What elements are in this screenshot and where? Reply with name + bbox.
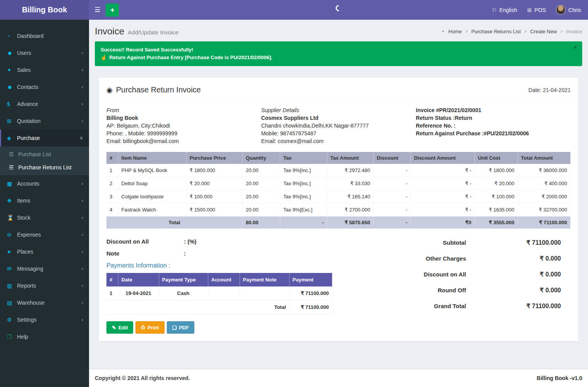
subtotal-value: ₹ 71100.000 [466,239,561,246]
sidebar-item-help[interactable]: ❒ Help [0,328,89,345]
column-header: Discount [374,152,411,164]
sidebar-item-purchase-list[interactable]: ☰ Purchase List [0,148,89,161]
cell: ₹ 1800.000 [475,164,518,177]
sidebar-item-items[interactable]: ❖ Items ‹ [0,192,89,209]
sidebar-item-purchase[interactable]: ◈ Purchase ∨ [0,130,89,147]
table-row: 3 Colgate toothpaste ₹ 100.000 20.00 Tax… [106,190,571,203]
chevron-left-icon: ‹ [82,231,83,239]
total-tax-amount: ₹ 5870.650 [327,217,374,229]
discount-on-all-label: Discount on All [106,238,184,245]
sidebar-item-purchase-returns-list[interactable]: ☰ Purchase Returns List [0,161,89,174]
breadcrumb-create-new[interactable]: Create New [530,29,557,34]
invoice-parties: From Billing Book AP: Belgaum, City:Chik… [106,99,571,150]
users-group-icon: ☻ [7,83,17,91]
cell: 2 [106,177,118,190]
sidebar-item-label: Warehouse [17,299,45,307]
cell: Cash [159,286,208,300]
main-content: Invoice Add/Update Invoice ◔ Home > Purc… [89,20,588,387]
sidebar-item-label: Accounts [17,180,39,188]
cell: Tax 9%[Exc.] [280,203,327,217]
sidebar-item-dashboard[interactable]: ◔ Dashboard [0,27,89,44]
sidebar-item-contacts[interactable]: ☻ Contacts ‹ [0,78,89,95]
calendar-plus-icon: ⊞ [7,117,17,125]
summary-row-round-off: Round Off ₹ 0.000 [392,286,561,294]
cell: ₹ - [411,164,475,177]
cell: ₹ 2972.480 [327,164,374,177]
total-tax: - [280,217,327,229]
user-menu[interactable]: Chris [556,5,581,15]
sidebar-item-users[interactable]: ☻ Users ‹ [0,44,89,61]
list-icon: ☰ [9,150,18,158]
cell: ₹ - [411,203,475,217]
list-icon: ☰ [9,164,18,171]
app-window: Billing Book ☰ + ⚐ English ⊞ POS Chris [0,0,588,387]
sidebar-item-label: Help [17,333,28,341]
sidebar-item-quotation[interactable]: ⊞ Quotation ‹ [0,113,89,130]
close-icon[interactable]: × [574,44,577,51]
from-name: Billing Book [106,114,261,122]
sidebar-item-label: Purchase List [18,150,51,158]
edit-button[interactable]: ✎ Edit [106,321,133,334]
sidebar-item-sales[interactable]: ✦ Sales ‹ [0,61,89,78]
column-header: Item Name [118,152,186,164]
cube-icon: ◈ [7,134,17,142]
purchase-submenu: ☰ Purchase List ☰ Purchase Returns List [0,147,89,175]
breadcrumb-home[interactable]: Home [448,29,462,34]
total-discount-amount: ₹0 [411,217,475,229]
cell: ₹ 33.030 [327,177,374,190]
table-row: 2 Dettol Soap ₹ 20.000 20.00 Tax 9%[Inc.… [106,177,571,190]
invoice-title-row: ◉ Purchase Return Invoice Date: 21-04-20… [106,85,571,99]
sidebar-item-settings[interactable]: ⚙ Settings ‹ [0,311,89,328]
chevron-left-icon: ‹ [82,180,83,188]
sidebar-item-expenses[interactable]: ⊖ Expenses ‹ [0,226,89,243]
table-row: 4 Fastrack Watch ₹ 1500.000 20.00 Tax 9%… [106,203,571,217]
pos-icon: ⊞ [527,7,532,13]
print-button[interactable]: ⎙ Print [135,321,164,334]
from-phone: Phone: , Mobile: 9999999999 [106,130,261,137]
page-title: Invoice Add/Update Invoice [95,26,178,37]
summary-row-subtotal: Subtotal ₹ 71100.000 [392,239,561,246]
sidebar-item-advance[interactable]: $ Advance ‹ [0,95,89,113]
sidebar: ◔ Dashboard ☻ Users ‹ ✦ Sales ‹ ☻ Contac… [0,20,89,387]
chevron-left-icon: ‹ [82,49,83,57]
payments-table: # Date Payment Type Account Payment Note… [106,273,333,314]
cell: Tax 9%[Inc.] [280,164,327,177]
alert-message-text: Return Against Purchase Entry [Purchase … [109,54,272,61]
from-address: AP: Belgaum, City:Chikodi [106,122,261,130]
sidebar-item-warehouse[interactable]: ▤ Warehouse ‹ [0,294,89,311]
hamburger-icon[interactable]: ☰ [89,0,106,20]
chevron-left-icon: ‹ [82,248,83,256]
sidebar-item-places[interactable]: ➤ Places ‹ [0,243,89,260]
chevron-down-icon: ∨ [79,134,83,142]
table-row: 1 PHP & MySQL Book ₹ 1800.000 20.00 Tax … [106,164,571,177]
quick-add-button[interactable]: + [106,3,119,17]
invoice-title: Purchase Return Invoice [116,85,201,94]
printer-icon: ⎙ [141,324,145,331]
breadcrumb-purchase-returns-list[interactable]: Purchase Returns List [471,29,521,34]
pdf-button[interactable]: ❏ PDF [167,321,195,334]
cell: ₹ 1800.000 [186,164,242,177]
sidebar-item-messaging[interactable]: ✉ Messaging ‹ [0,260,89,277]
sidebar-item-reports[interactable]: ▥ Reports ‹ [0,277,89,294]
language-menu[interactable]: ⚐ English [492,7,517,13]
pos-button[interactable]: ⊞ POS [527,7,546,13]
chevron-left-icon: ‹ [82,100,83,108]
cell: 20.00 [242,164,280,177]
cell: Dettol Soap [118,177,186,190]
total-label: Total [106,217,242,229]
sidebar-item-accounts[interactable]: ▦ Accounts ‹ [0,175,89,192]
total-quantity: 80.00 [242,217,280,229]
cell: ₹ 71100.000 [289,286,332,300]
totals-summary: Subtotal ₹ 71100.000 Other Charges ₹ 0.0… [392,235,571,334]
breadcrumb-separator: > [465,29,468,34]
supplier-name: Cosmex Suppliers Ltd [261,114,416,122]
minus-circle-icon: ⊖ [7,231,17,239]
payments-total-row: Total ₹ 71100.000 [106,300,332,314]
cell: - [374,177,411,190]
chevron-left-icon: ‹ [82,299,83,307]
cell: ₹ 1635.000 [475,203,518,217]
sidebar-item-stock[interactable]: ⌛ Stock ‹ [0,209,89,226]
supplier-phone: Mobile: 987457875487 [261,130,416,137]
brand-logo[interactable]: Billing Book [0,0,89,20]
sidebar-item-label: Items [17,197,30,205]
